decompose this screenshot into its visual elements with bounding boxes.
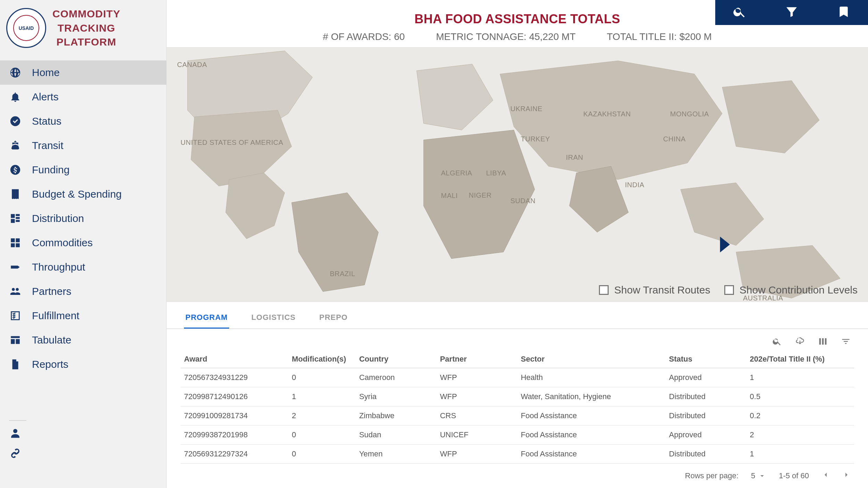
sidebar-item-fulfillment[interactable]: Fulfillment	[0, 304, 166, 328]
map-expand-arrow[interactable]	[719, 235, 731, 255]
sidebar-item-commodities[interactable]: Commodities	[0, 231, 166, 255]
filter-icon[interactable]	[785, 5, 799, 20]
sidebar-item-distribution[interactable]: Distribution	[0, 206, 166, 231]
table-cell: 1	[288, 387, 356, 406]
column-header[interactable]: Partner	[436, 350, 517, 368]
sidebar-item-alerts[interactable]: Alerts	[0, 85, 166, 109]
table-cell: Sudan	[356, 425, 436, 445]
download-icon[interactable]	[795, 337, 805, 348]
sidebar-item-label: Status	[32, 115, 61, 127]
table-cell: 0	[288, 445, 356, 464]
map-label-mali: MALI	[441, 192, 458, 200]
kpi-awards-label: # OF AWARDS:	[323, 31, 391, 42]
table-cell: 720998712490126	[181, 387, 288, 406]
tab-logistics[interactable]: LOGISTICS	[250, 309, 297, 329]
world-map[interactable]: CANADA UNITED STATES OF AMERICA BRAZIL A…	[167, 47, 868, 302]
table-cell: Distributed	[666, 445, 746, 464]
bell-icon	[8, 91, 22, 103]
sidebar-item-label: Funding	[32, 164, 69, 176]
sidebar-item-label: Throughput	[32, 261, 85, 273]
sidebar-item-transit[interactable]: Transit	[0, 133, 166, 158]
map-label-algeria: ALGERIA	[441, 169, 472, 177]
sidebar-item-funding[interactable]: Funding	[0, 158, 166, 182]
kpi-tonnage-label: METRIC TONNAGE:	[436, 31, 526, 42]
map-label-kazakhstan: KAZAKHSTAN	[583, 110, 631, 118]
people-icon	[8, 286, 22, 297]
usaid-seal: USAID	[6, 8, 46, 48]
search-icon[interactable]	[733, 5, 746, 20]
sidebar-item-reports[interactable]: Reports	[0, 352, 166, 377]
sidebar-item-partners[interactable]: Partners	[0, 279, 166, 304]
table-cell: Distributed	[666, 406, 746, 425]
column-header[interactable]: 202e/Total Title II (%)	[746, 350, 854, 368]
column-header[interactable]: Status	[666, 350, 746, 368]
checkbox-icon	[724, 285, 734, 295]
rows-per-page-label: Rows per page:	[685, 471, 738, 480]
sidebar-item-label: Transit	[32, 140, 64, 151]
paginator: Rows per page: 5 1-5 of 60	[167, 464, 868, 488]
column-header[interactable]: Sector	[517, 350, 666, 368]
table-cell: 0	[288, 368, 356, 387]
map-label-sudan: SUDAN	[510, 197, 536, 205]
sidebar-item-budget-spending[interactable]: Budget & Spending	[0, 182, 166, 206]
sidebar-item-home[interactable]: Home	[0, 60, 166, 85]
page-next-button[interactable]	[842, 471, 851, 481]
toggle-transit-routes[interactable]: Show Transit Routes	[599, 284, 710, 296]
toggle-contribution-levels[interactable]: Show Contribution Levels	[724, 284, 858, 296]
table-cell: WFP	[436, 445, 517, 464]
map-svg	[167, 48, 868, 301]
table-cell: 1	[746, 445, 854, 464]
column-header[interactable]: Country	[356, 350, 436, 368]
map-label-mongolia: MONGOLIA	[670, 110, 709, 118]
table-cell: 0	[288, 425, 356, 445]
ship-icon	[8, 140, 22, 151]
table-cell: Water, Sanitation, Hygiene	[517, 387, 666, 406]
tab-prepo[interactable]: PREPO	[318, 309, 349, 329]
rows-per-page-select[interactable]: 5	[751, 471, 766, 480]
table-row[interactable]: 7209987124901261SyriaWFPWater, Sanitatio…	[181, 387, 854, 406]
map-label-usa: UNITED STATES OF AMERICA	[181, 139, 283, 147]
table-row[interactable]: 7209993872019980SudanUNICEFFood Assistan…	[181, 425, 854, 445]
dollar-icon	[8, 164, 22, 176]
tab-program[interactable]: PROGRAM	[184, 309, 229, 329]
sidebar-item-label: Commodities	[32, 237, 93, 249]
sidebar-item-label: Home	[32, 67, 60, 78]
table-icon	[8, 334, 22, 346]
table-search-icon[interactable]	[772, 337, 782, 348]
filter-list-icon[interactable]	[841, 337, 851, 348]
table-row[interactable]: 7205693122973240YemenWFPFood AssistanceD…	[181, 445, 854, 464]
sidebar-item-status[interactable]: Status	[0, 109, 166, 133]
arrow-tag-icon	[8, 261, 22, 273]
receipt-icon	[8, 188, 22, 200]
table-cell: WFP	[436, 387, 517, 406]
tabs-row: PROGRAMLOGISTICSPREPO	[167, 302, 868, 329]
table-cell: Syria	[356, 387, 436, 406]
kpi-tonnage-value: 45,220 MT	[529, 31, 576, 42]
page-prev-button[interactable]	[821, 471, 830, 481]
table-cell: Yemen	[356, 445, 436, 464]
kpi-row: # OF AWARDS: 60 METRIC TONNAGE: 45,220 M…	[167, 31, 868, 42]
awards-table: AwardModification(s)CountryPartnerSector…	[181, 350, 854, 464]
sidebar-item-throughput[interactable]: Throughput	[0, 255, 166, 279]
columns-icon[interactable]	[818, 337, 828, 348]
table-row[interactable]: 7205673249312290CameroonWFPHealthApprove…	[181, 368, 854, 387]
column-header[interactable]: Award	[181, 350, 288, 368]
sidebar-item-tabulate[interactable]: Tabulate	[0, 328, 166, 352]
bookmark-icon[interactable]	[837, 5, 851, 20]
sidebar-item-label: Budget & Spending	[32, 188, 122, 200]
table-cell: Distributed	[666, 387, 746, 406]
table-cell: 2	[746, 425, 854, 445]
account-icon[interactable]	[9, 427, 157, 441]
app-title-line3: PLATFORM	[52, 35, 120, 49]
page-range-label: 1-5 of 60	[779, 471, 809, 480]
table-row[interactable]: 7209910092817342ZimbabweCRSFood Assistan…	[181, 406, 854, 425]
kpi-tonnage: METRIC TONNAGE: 45,220 MT	[436, 31, 576, 42]
svg-point-0	[13, 429, 17, 433]
column-header[interactable]: Modification(s)	[288, 350, 356, 368]
kpi-titleii-label: TOTAL TITLE II:	[607, 31, 677, 42]
link-icon[interactable]	[9, 447, 157, 461]
table-cell: CRS	[436, 406, 517, 425]
kpi-awards: # OF AWARDS: 60	[323, 31, 405, 42]
map-label-iran: IRAN	[566, 154, 583, 162]
globe-icon	[8, 67, 22, 78]
